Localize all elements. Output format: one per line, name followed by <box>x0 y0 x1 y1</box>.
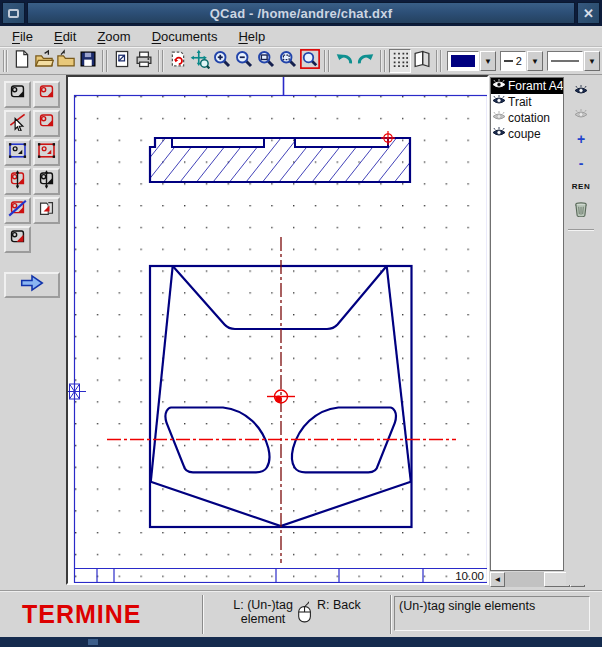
trash-icon <box>573 201 589 221</box>
window-menu-button[interactable] <box>2 2 25 24</box>
untag-element-button[interactable] <box>33 81 60 108</box>
zoom-auto-button[interactable] <box>189 49 211 73</box>
scroll-track[interactable] <box>505 572 570 587</box>
status-bar: TERMINE L: (Un-)tag element R: Back (Un-… <box>0 590 602 637</box>
tag-intersected-button[interactable] <box>4 168 31 195</box>
toolbar-handle[interactable] <box>3 50 8 72</box>
close-button[interactable]: ✕ <box>577 2 600 24</box>
untag-intersected-button[interactable] <box>33 168 60 195</box>
scale-label: 10.00 <box>455 570 484 582</box>
grid-toggle-icon <box>390 49 410 73</box>
layer-row-foramt-a4[interactable]: Foramt A4 <box>491 78 563 94</box>
left-hint-line2: element <box>233 612 293 626</box>
menu-help[interactable]: Help <box>238 29 265 44</box>
pen-style-dropdown-arrow[interactable]: ▼ <box>584 51 600 71</box>
redo-button[interactable] <box>355 49 377 73</box>
menu-zoom[interactable]: Zoom <box>97 29 130 44</box>
eye-icon <box>574 82 588 100</box>
pen-width-dropdown[interactable]: 2▼ <box>500 50 543 72</box>
pick-element-button[interactable] <box>4 110 31 137</box>
layer-hide-button[interactable] <box>569 105 593 124</box>
import-file-button[interactable] <box>55 49 77 73</box>
tag-tool-panel <box>0 75 66 585</box>
layer-visibility-icon[interactable] <box>492 95 508 109</box>
import-file-icon <box>56 49 76 73</box>
layer-label: Foramt A4 <box>508 79 563 93</box>
tag-contour-button[interactable] <box>33 110 60 137</box>
left-hint-line1: L: (Un-)tag <box>233 598 293 612</box>
print-preview-button[interactable] <box>111 49 133 73</box>
menu-documents[interactable]: Documents <box>152 29 218 44</box>
layer-row-trait[interactable]: Trait <box>491 94 563 110</box>
layer-buttons: +-REN <box>566 77 596 585</box>
menu-bar: FileEditZoomDocumentsHelp <box>0 26 602 47</box>
menu-file[interactable]: File <box>12 29 33 44</box>
layer-row-coupe[interactable]: coupe <box>491 126 563 142</box>
command-label: TERMINE <box>22 600 142 629</box>
tag-contour-icon <box>37 112 56 135</box>
command-status: TERMINE <box>0 592 202 637</box>
zoom-out-button[interactable] <box>233 49 255 73</box>
untag-all-icon <box>8 199 27 222</box>
undo-button[interactable] <box>333 49 355 73</box>
zoom-previous-button[interactable] <box>299 49 321 73</box>
zoom-auto-icon <box>190 49 210 73</box>
redraw-icon <box>168 49 188 73</box>
drawing-canvas[interactable]: 10.00 <box>66 75 489 585</box>
zoom-in-icon <box>212 49 232 73</box>
new-file-icon <box>12 49 32 73</box>
zoom-in-button[interactable] <box>211 49 233 73</box>
mouse-hints: L: (Un-)tag element R: Back <box>204 592 390 637</box>
zoom-window-button[interactable] <box>255 49 277 73</box>
help-panel: (Un-)tag single elements <box>394 596 590 631</box>
pen-style-dropdown[interactable]: ▼ <box>547 50 600 72</box>
layer-remove-button[interactable]: - <box>569 153 593 172</box>
layer-rename-button[interactable]: REN <box>569 177 593 196</box>
open-file-icon <box>34 49 54 73</box>
toolbar-separator <box>324 50 330 72</box>
redo-icon <box>356 49 376 73</box>
open-file-button[interactable] <box>33 49 55 73</box>
untag-window-button[interactable] <box>33 139 60 166</box>
window-bottom-border <box>0 637 602 647</box>
pen-color-dropdown[interactable]: ▼ <box>447 50 496 72</box>
invert-tags-button[interactable] <box>33 197 60 224</box>
qcad-window: QCad - /home/andre/chat.dxf ✕ FileEditZo… <box>0 0 602 647</box>
layer-add-button[interactable]: + <box>569 129 593 148</box>
print-button[interactable] <box>133 49 155 73</box>
zoom-selection-button[interactable] <box>277 49 299 73</box>
layer-visibility-icon[interactable] <box>492 127 508 141</box>
invert-tags-icon <box>37 199 56 222</box>
tag-element-icon <box>8 83 27 106</box>
layer-row-cotation[interactable]: cotation <box>491 110 563 126</box>
right-hint: R: Back <box>317 598 361 612</box>
cad-drawing: 10.00 <box>68 77 487 583</box>
layer-visibility-icon[interactable] <box>492 111 508 125</box>
layer-delete-button[interactable] <box>569 201 593 220</box>
scroll-left-button[interactable]: ◄ <box>490 572 505 587</box>
menu-edit[interactable]: Edit <box>54 29 76 44</box>
untag-intersected-icon <box>37 170 56 193</box>
continue-arrow-icon <box>19 274 45 296</box>
pen-width-dropdown-arrow[interactable]: ▼ <box>527 51 543 71</box>
grid-toggle-button[interactable] <box>389 49 411 73</box>
save-file-button[interactable] <box>77 49 99 73</box>
layer-buttons-separator <box>568 229 594 231</box>
title-bar-caption[interactable]: QCad - /home/andre/chat.dxf <box>27 2 575 24</box>
main-toolbar: ▼2▼▼ <box>0 47 602 75</box>
layer-show-button[interactable] <box>569 81 593 100</box>
redraw-button[interactable] <box>167 49 189 73</box>
layer-visibility-icon[interactable] <box>492 79 508 93</box>
tag-element-button[interactable] <box>4 81 31 108</box>
tag-single-button[interactable] <box>4 226 31 253</box>
window-menu-icon <box>8 9 19 18</box>
new-file-button[interactable] <box>11 49 33 73</box>
zoom-out-icon <box>234 49 254 73</box>
tag-window-button[interactable] <box>4 139 31 166</box>
views-button[interactable] <box>411 49 433 73</box>
untag-window-icon <box>37 141 56 164</box>
layer-label: Trait <box>508 95 532 109</box>
pen-color-dropdown-arrow[interactable]: ▼ <box>480 51 496 71</box>
continue-button[interactable] <box>4 272 60 298</box>
untag-all-button[interactable] <box>4 197 31 224</box>
